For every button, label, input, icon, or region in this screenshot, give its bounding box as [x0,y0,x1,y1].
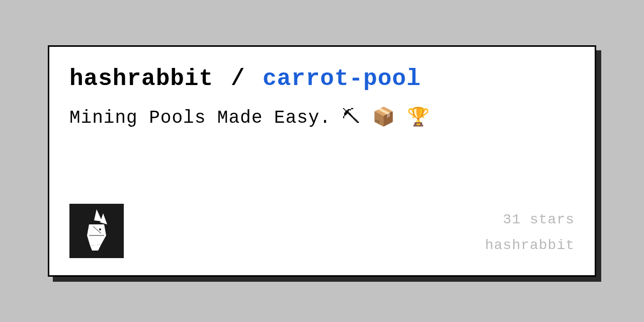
repo-description: Mining Pools Made Easy. ⛏ 📦 🏆 [69,106,575,128]
footer-username: hashrabbit [485,233,575,258]
avatar [69,204,124,258]
svg-marker-1 [100,213,107,224]
svg-point-5 [99,228,101,230]
svg-marker-0 [94,209,102,221]
svg-marker-3 [87,235,106,246]
rabbit-icon [79,209,114,253]
title-separator: / [231,66,246,92]
repo-name: carrot-pool [263,66,421,92]
stars-count: 31 stars [485,207,575,232]
svg-marker-4 [90,245,101,251]
footer-meta: 31 stars hashrabbit [485,207,575,258]
repo-card: hashrabbit / carrot-pool Mining Pools Ma… [48,45,596,277]
repo-title: hashrabbit / carrot-pool [69,66,575,92]
svg-marker-2 [87,224,106,235]
owner-name: hashrabbit [69,66,213,92]
